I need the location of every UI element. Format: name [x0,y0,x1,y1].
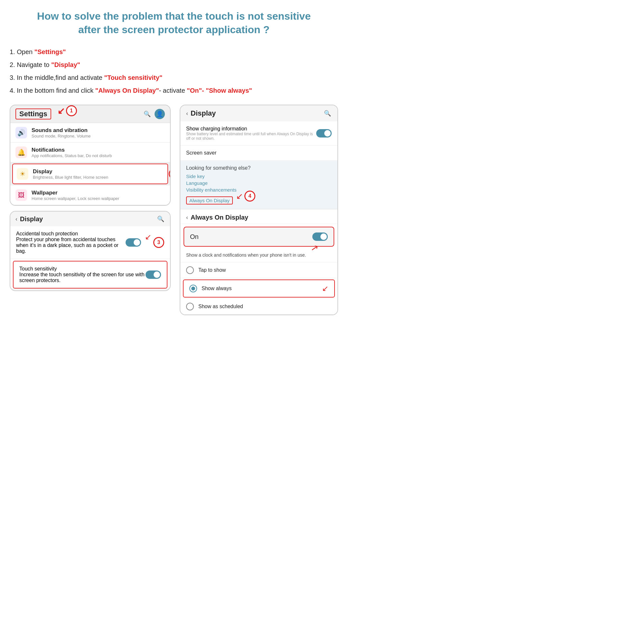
display-search-icon[interactable]: 🔍 [156,215,165,223]
settings-item-notifications[interactable]: 🔔 Notifications App notifications, Statu… [10,143,170,162]
aod-link[interactable]: Always On Display [186,196,233,204]
right-screen-mock: ‹ Display 🔍 Show charging information Sh… [180,105,338,315]
settings-header-bar: Settings ↙ 1 🔍 👤 [10,105,170,123]
right-column: ‹ Display 🔍 Show charging information Sh… [180,105,338,315]
show-always-row[interactable]: Show always ↙ [183,279,335,298]
charging-info-row: Show charging information Show battery l… [180,121,337,146]
step1-instruction: 1. Open "Settings" [10,45,338,58]
settings-header-icons: 🔍 👤 [143,109,165,119]
show-scheduled-radio[interactable] [186,303,194,310]
back-icon[interactable]: ‹ [15,216,17,223]
show-always-radio[interactable] [189,285,197,292]
aod-section-header: ‹ Always On Display [180,209,337,224]
settings-item-display[interactable]: ☀ Display Brightness, Blue light filter,… [12,164,168,184]
charging-toggle[interactable] [316,129,332,137]
step2-badge: 2 [169,168,171,179]
visibility-link[interactable]: Visibility enhancements [186,187,332,193]
notifications-text: Notifications App notifications, Status … [32,147,112,158]
looking-section: Looking for something else? Side key Lan… [180,161,337,209]
settings-item-wallpaper[interactable]: 🖼 Wallpaper Home screen wallpaper, Lock … [10,185,170,205]
notifications-icon: 🔔 [15,147,27,158]
language-link[interactable]: Language [186,180,332,186]
step3-instruction: 3. In the middle,find and activate "Touc… [10,71,338,84]
touch-sensitivity-row-wrapper: Touch sensitivity Increase the touch sen… [13,261,167,289]
settings-title: Settings [15,109,51,119]
side-key-link[interactable]: Side key [186,174,332,179]
settings-item-sounds[interactable]: 🔊 Sounds and vibration Sound mode, Ringt… [10,123,170,143]
wallpaper-text: Wallpaper Home screen wallpaper, Lock sc… [32,190,119,201]
step4-badge: 4 [244,191,255,202]
display-screen-content: Accidental touch protection Protect your… [10,226,170,289]
accidental-touch-row: Accidental touch protection Protect your… [10,226,170,259]
step3-badge: 3 [153,237,164,248]
annotation-4: ↙ 4 [236,191,255,202]
left-column: Settings ↙ 1 🔍 👤 🔊 Sounds and vibration [10,105,171,291]
two-column-layout: Settings ↙ 1 🔍 👤 🔊 Sounds and vibration [10,105,338,315]
annotation-2: 2 [169,168,171,179]
instructions-list: 1. Open "Settings" 2. Navigate to "Displ… [10,45,338,97]
touch-sensitivity-toggle[interactable] [146,270,161,279]
step1-badge: 1 [66,105,77,116]
right-search-icon[interactable]: 🔍 [323,109,332,118]
annotation-1: ↙ 1 [57,105,77,116]
screen-saver-row[interactable]: Screen saver [180,146,337,161]
right-back-icon[interactable]: ‹ [186,110,188,117]
sounds-text: Sounds and vibration Sound mode, Rington… [32,127,91,138]
sounds-icon: 🔊 [15,127,27,138]
search-icon[interactable]: 🔍 [143,110,151,118]
user-icon[interactable]: 👤 [155,109,165,119]
wallpaper-icon: 🖼 [15,189,27,201]
display-item-wrapper: ☀ Display Brightness, Blue light filter,… [10,162,170,185]
accidental-toggle[interactable] [126,238,141,247]
touch-sensitivity-row: Touch sensitivity Increase the touch sen… [14,261,167,288]
right-display-header: ‹ Display 🔍 [180,105,337,121]
page-title: How to solve the problem that the touch … [10,10,338,36]
right-screen-content: Show charging information Show battery l… [180,121,337,315]
display-screen-header: ‹ Display 🔍 [10,212,170,226]
settings-mock: Settings ↙ 1 🔍 👤 🔊 Sounds and vibration [10,105,171,206]
step4-instruction: 4. In the bottom find and click "Always … [10,84,338,97]
show-scheduled-row[interactable]: Show as scheduled [180,299,337,315]
display-screen-mock: ‹ Display 🔍 Accidental touch protection … [10,211,171,291]
aod-back-icon[interactable]: ‹ [186,214,188,221]
step2-instruction: 2. Navigate to "Display" [10,58,338,71]
tap-to-show-row[interactable]: Tap to show [180,262,337,278]
display-text: Display Brightness, Blue light filter, H… [33,168,108,180]
aod-on-toggle[interactable] [312,232,328,241]
tap-to-show-radio[interactable] [186,266,194,274]
display-icon: ☀ [17,168,28,180]
